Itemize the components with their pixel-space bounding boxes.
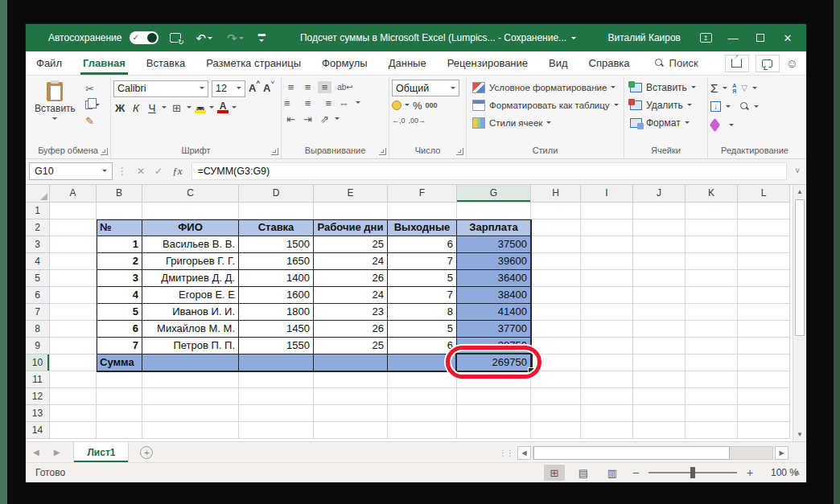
cell-L10[interactable] (738, 354, 790, 371)
cell-E12[interactable] (314, 388, 388, 405)
thousands-separator-icon[interactable]: 000 (426, 101, 438, 109)
cell-B11[interactable] (97, 371, 142, 388)
row-header-10[interactable]: 10 (26, 354, 50, 371)
cell-F1[interactable] (388, 203, 457, 219)
tab-formulas[interactable]: Формулы (311, 51, 378, 75)
grow-font-button[interactable]: А˄ (249, 82, 260, 94)
row-header-9[interactable]: 9 (26, 338, 50, 354)
wrap-text-icon[interactable]: ab↩ (335, 81, 356, 93)
cell-I4[interactable] (581, 253, 633, 270)
shrink-font-button[interactable]: А˅ (263, 82, 274, 94)
borders-icon[interactable]: ⊞ (170, 102, 183, 114)
tab-review[interactable]: Рецензирование (437, 51, 538, 75)
fill-color-button[interactable]: ◛ (195, 102, 206, 113)
cell-D13[interactable] (239, 405, 314, 422)
cell-E7[interactable]: 23 (314, 304, 388, 321)
minimize-button[interactable]: — (719, 26, 747, 50)
number-dialog-launcher[interactable] (456, 148, 463, 155)
cell-I13[interactable] (581, 405, 633, 422)
fill-down-icon[interactable]: ↓ (710, 101, 721, 112)
cell-B3[interactable]: 1 (97, 236, 142, 253)
col-header-L[interactable]: L (738, 185, 790, 203)
cell-E4[interactable]: 24 (314, 253, 388, 270)
format-cells-button[interactable]: Формат (627, 114, 699, 132)
clipboard-dialog-launcher[interactable] (101, 148, 108, 155)
increase-indent-icon[interactable]: ⇥ (301, 113, 315, 125)
cell-E9[interactable]: 25 (314, 338, 388, 354)
cell-K13[interactable] (686, 405, 738, 422)
cell-D2[interactable]: Ставка (239, 219, 314, 236)
font-size-select[interactable]: 12 (212, 80, 245, 97)
cell-D8[interactable]: 1450 (239, 321, 314, 338)
cell-H2[interactable] (531, 219, 581, 236)
cell-H5[interactable] (531, 270, 581, 287)
cell-I1[interactable] (581, 203, 633, 219)
cell-F14[interactable] (388, 422, 457, 439)
cell-B9[interactable]: 7 (97, 338, 142, 354)
cell-E11[interactable] (314, 371, 388, 388)
cell-E2[interactable]: Рабочие дни (314, 219, 388, 236)
cell-B7[interactable]: 5 (97, 304, 142, 321)
cell-I11[interactable] (581, 371, 633, 388)
cell-D4[interactable]: 1650 (239, 253, 314, 270)
row-header-1[interactable]: 1 (26, 203, 50, 219)
row-header-8[interactable]: 8 (26, 321, 50, 338)
formula-bar-expand-icon[interactable]: ˅ (792, 166, 803, 175)
cell-I2[interactable] (581, 219, 633, 236)
select-all-corner[interactable] (26, 185, 50, 203)
cell-H4[interactable] (531, 253, 581, 270)
cell-B10[interactable]: Сумма (97, 354, 142, 371)
font-color-dropdown-icon[interactable] (232, 106, 237, 111)
cell-F3[interactable]: 6 (388, 236, 457, 253)
cell-G9[interactable]: 38750 (457, 338, 531, 354)
cell-L3[interactable] (738, 236, 790, 253)
scroll-left-icon[interactable]: ◀ (517, 446, 531, 460)
number-format-select[interactable]: Общий (392, 80, 459, 96)
bold-button[interactable]: Ж (113, 102, 126, 114)
cell-A12[interactable] (50, 388, 97, 405)
cell-L14[interactable] (738, 422, 790, 439)
tab-file[interactable]: Файл (26, 51, 72, 75)
delete-cells-button[interactable]: Удалить (627, 96, 699, 114)
cell-C5[interactable]: Дмитриев Д. Д. (142, 270, 239, 287)
cell-H3[interactable] (531, 236, 581, 253)
cell-J10[interactable] (633, 354, 686, 371)
sort-filter-dropdown-icon[interactable] (752, 87, 757, 92)
font-color-button[interactable]: А (217, 102, 229, 113)
sheet-tab[interactable]: Лист1 (73, 442, 129, 462)
cell-A13[interactable] (50, 405, 97, 422)
cell-G1[interactable] (457, 203, 531, 219)
cell-K8[interactable] (686, 321, 738, 338)
paste-button[interactable]: Вставить (28, 79, 82, 125)
format-as-table-button[interactable]: Форматировать как таблицу (469, 96, 622, 114)
accounting-format-icon[interactable] (392, 100, 401, 110)
cell-L8[interactable] (738, 321, 790, 338)
cell-A1[interactable] (50, 203, 97, 219)
cell-K10[interactable] (686, 354, 738, 371)
cell-J2[interactable] (633, 219, 686, 236)
cell-K3[interactable] (686, 236, 738, 253)
cell-J8[interactable] (633, 321, 686, 338)
autosave-toggle[interactable]: ✓ (130, 31, 159, 44)
cell-B5[interactable]: 3 (97, 270, 142, 287)
cell-J12[interactable] (633, 388, 686, 405)
cell-A4[interactable] (50, 253, 97, 270)
formula-bar-splitter[interactable]: ⋮ (117, 166, 127, 177)
cell-C13[interactable] (142, 405, 239, 422)
scroll-down-icon[interactable]: ▼ (793, 428, 806, 441)
col-header-K[interactable]: K (686, 185, 738, 203)
col-header-B[interactable]: B (97, 185, 142, 203)
cell-G6[interactable]: 38400 (457, 287, 531, 304)
col-header-F[interactable]: F (388, 185, 457, 203)
cell-J1[interactable] (633, 203, 686, 219)
cell-I8[interactable] (581, 321, 633, 338)
maximize-button[interactable] (747, 26, 774, 50)
cell-F12[interactable] (388, 388, 457, 405)
cell-E1[interactable] (314, 203, 388, 219)
cell-H14[interactable] (531, 422, 581, 439)
fill-color-dropdown-icon[interactable] (209, 106, 214, 111)
cell-E3[interactable]: 25 (314, 236, 388, 253)
align-bottom-icon[interactable]: ≡ (318, 81, 331, 93)
cell-G13[interactable] (457, 405, 531, 422)
cell-E10[interactable] (314, 354, 388, 371)
